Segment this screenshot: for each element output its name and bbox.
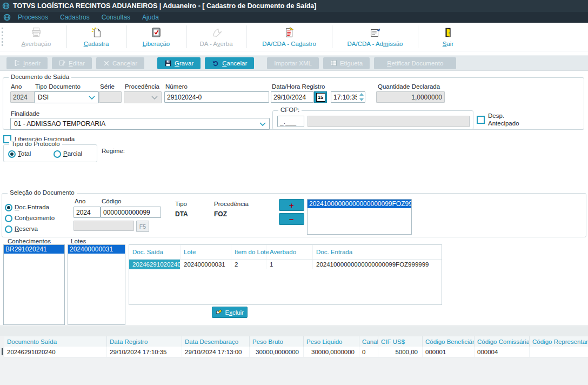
etiqueta-button[interactable]: Etiqueta [323,57,370,69]
quantidade-declarada-field[interactable] [376,91,445,103]
documentos-listbox[interactable]: 20241000000000000000099FOZ999999 [307,199,412,235]
cell-canal[interactable]: 0 [359,347,378,357]
insert-icon [14,59,21,67]
menu-consultas[interactable]: Consultas [96,14,136,21]
col-codigo-comissaria[interactable]: Código Comissária [475,336,530,347]
col-data-desembaraco[interactable]: Data Desembaraço [182,336,250,347]
documento-list-item[interactable]: 20241000000000000000099FOZ999999 [308,200,411,208]
add-documento-button[interactable]: + [279,199,304,211]
itens-table: Doc. Saída Lote Item do Lote Averbado Do… [129,244,442,305]
col-lote[interactable]: Lote [181,245,231,259]
col-doc-entrada[interactable]: Doc. Entrada [313,245,442,259]
retificar-documento-button[interactable]: Retificar Documento [374,57,456,69]
col-averbado[interactable]: Averbado [266,245,313,259]
toolbar-separator [418,25,418,48]
col-codigo-representante[interactable]: Código Representante [530,336,588,347]
cfop-field[interactable] [277,116,304,127]
toolbar-dacda-admissao[interactable]: DA/CDA - Admissão [335,26,415,47]
data-registro-field[interactable] [271,91,314,103]
cell-documento-saida[interactable]: 20246291020240 [4,347,107,357]
calendar-button[interactable]: 15 [314,91,327,103]
cfop-descricao-field[interactable] [308,116,470,127]
lote-list-item[interactable]: 202400000031 [68,245,125,254]
cell-cif[interactable]: 5000,00 [378,347,423,357]
col-doc-saida[interactable]: Doc. Saída [129,245,181,259]
toolbar-averbacao-label: Averbação [22,41,51,47]
cell-representante[interactable] [530,347,588,357]
toolbar-da-averba[interactable]: DA - Averba [189,26,243,47]
conhecimento-radio[interactable] [5,215,12,222]
cell-data-registro[interactable]: 29/10/2024 17:10:35 [107,347,182,357]
reserva-radio[interactable] [5,225,12,233]
tipo-documento-select[interactable]: DSI [34,91,99,103]
numero-field[interactable] [164,91,269,103]
cancelar-button[interactable]: Cancelar [205,57,254,69]
remove-documento-button[interactable]: − [279,213,304,225]
col-documento-saida[interactable]: Documento Saída [4,336,107,347]
cell-beneficiario[interactable]: 000001 [423,347,475,357]
desp-antecipado-checkbox[interactable] [477,116,485,124]
conhecimentos-listbox[interactable]: BR291020241 [3,244,65,325]
col-data-registro[interactable]: Data Registro [107,336,182,347]
selecao-codigo-field[interactable] [101,207,161,218]
cell-lote[interactable]: 202400000031 [181,260,231,269]
cell-peso-bruto[interactable]: 30000,0000000 [250,347,304,357]
cancel-x-icon [103,60,110,67]
procedencia-select[interactable] [124,91,162,103]
printer-icon [30,26,42,39]
tipo-documento-label: Tipo Documento [35,83,81,90]
editar-button[interactable]: Editar [52,57,92,69]
cancelar-edicao-button[interactable]: Cancelar [96,57,144,69]
time-spinner[interactable] [359,93,364,101]
importar-xml-button[interactable]: Importar XML [267,57,319,69]
cell-doc-saida[interactable]: 20246291020240 [129,260,181,269]
col-item-do-lote[interactable]: Item do Lote [231,245,266,259]
menu-cadastros[interactable]: Cadastros [54,14,96,21]
tipo-protocolo-legend: Tipo do Protocolo [9,141,62,147]
toolbar-sair[interactable]: Sair [421,26,475,47]
selecao-procedencia-label: Procedência [214,201,249,207]
toolbar-cadastra[interactable]: Cadastra [69,26,123,47]
f5-button[interactable]: F5 [136,221,149,232]
toolbar-grip[interactable] [2,28,5,46]
cell-peso-liquido[interactable]: 30000,0000000 [304,347,359,357]
selecao-busca-field[interactable] [74,221,134,231]
table-row[interactable]: 20246291020240 29/10/2024 17:10:35 29/10… [4,347,588,357]
parcial-label: Parcial [63,150,82,157]
selecao-ano-field[interactable] [74,207,101,218]
col-codigo-beneficiario[interactable]: Código Beneficiário [423,336,475,347]
gravar-button[interactable]: Gravar [157,57,201,69]
finalidade-select[interactable]: 01 - ADMISSAO TEMPORARIA [10,118,270,130]
toolbar-separator [126,25,126,48]
toolbar-sair-label: Sair [443,41,453,47]
table-row[interactable]: 20246291020240 202400000031 2 1 20241000… [129,260,442,269]
lotes-listbox[interactable]: 202400000031 [68,244,125,325]
parcial-radio[interactable] [54,150,61,158]
col-cif[interactable]: CIF US$ [378,336,423,347]
itens-table-header: Doc. Saída Lote Item do Lote Averbado Do… [129,245,442,260]
excluir-button[interactable]: Excluir [212,307,248,318]
col-canal[interactable]: Canal [359,336,378,347]
cell-item[interactable]: 2 [231,260,266,269]
inserir-button[interactable]: Inserir [6,57,48,69]
toolbar-cadastra-label: Cadastra [84,41,109,47]
serie-field[interactable] [99,91,122,103]
chevron-down-icon [89,96,95,99]
toolbar-averbacao[interactable]: Averbação [9,26,63,47]
menu-ajuda[interactable]: Ajuda [136,14,165,21]
col-peso-liquido[interactable]: Peso Liquido [304,336,359,347]
conhecimento-list-item[interactable]: BR291020241 [4,245,64,254]
cell-averbado[interactable]: 1 [266,260,313,269]
toolbar-liberacao[interactable]: Liberação [129,26,183,47]
toolbar-dacda-cadastro[interactable]: DA/CDA - Cadastro [249,26,329,47]
form-area: Documento de Saída Ano Tipo Documento DS… [0,71,588,326]
col-peso-bruto[interactable]: Peso Bruto [250,336,304,347]
cell-doc-entrada[interactable]: 20241000000000000000099FOZ999999 [313,260,442,269]
doc-entrada-radio[interactable] [5,204,12,211]
cell-data-desembaraco[interactable]: 29/10/2024 17:13:00 [182,347,250,357]
cell-comissaria[interactable]: 000004 [475,347,530,357]
total-radio[interactable] [8,150,16,158]
new-document-icon [90,26,102,39]
menu-processos[interactable]: Processos [12,14,54,21]
hora-registro-group [331,91,365,103]
